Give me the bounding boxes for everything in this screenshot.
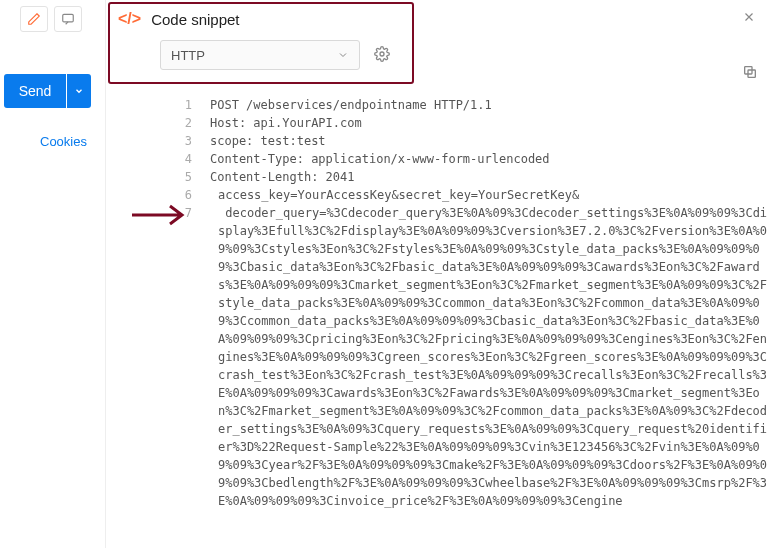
- cookies-link[interactable]: Cookies: [40, 134, 87, 149]
- top-icon-row: [20, 6, 82, 32]
- line-number-gutter: 1 2 3 4 5 6 7: [176, 96, 210, 510]
- gear-icon: [374, 46, 390, 62]
- snippet-header-row: </> Code snippet: [118, 10, 404, 28]
- svg-point-3: [380, 52, 384, 56]
- code-icon: </>: [118, 10, 141, 28]
- panel-title: Code snippet: [151, 11, 239, 28]
- language-value: HTTP: [171, 48, 205, 63]
- settings-button[interactable]: [374, 46, 390, 65]
- language-row: HTTP: [160, 40, 404, 70]
- copy-button[interactable]: [742, 64, 758, 83]
- svg-rect-0: [63, 14, 74, 22]
- close-icon: [742, 10, 756, 24]
- comment-icon: [61, 12, 75, 26]
- pencil-icon: [27, 12, 41, 26]
- left-sidebar: Send Cookies: [0, 0, 106, 548]
- language-dropdown[interactable]: HTTP: [160, 40, 360, 70]
- code-content[interactable]: POST /webservices/endpointname HTTP/1.1 …: [210, 96, 770, 510]
- code-body: access_key=YourAccessKey&secret_key=Your…: [218, 186, 770, 510]
- code-area: 1 2 3 4 5 6 7 POST /webservices/endpoint…: [176, 96, 770, 510]
- copy-icon: [742, 64, 758, 80]
- send-dropdown-button[interactable]: [67, 74, 91, 108]
- chevron-down-icon: [337, 49, 349, 61]
- send-button[interactable]: Send: [4, 74, 66, 108]
- chevron-down-icon: [74, 86, 84, 96]
- callout-arrow-icon: [130, 202, 190, 228]
- code-snippet-panel: </> Code snippet HTTP 1 2 3 4 5 6 7 POST…: [106, 0, 770, 548]
- comment-icon-button[interactable]: [54, 6, 82, 32]
- close-button[interactable]: [742, 8, 756, 29]
- code-header-lines: POST /webservices/endpointname HTTP/1.1 …: [210, 96, 770, 186]
- send-button-group: Send: [4, 74, 91, 108]
- snippet-header-box: </> Code snippet HTTP: [108, 2, 414, 84]
- edit-icon-button[interactable]: [20, 6, 48, 32]
